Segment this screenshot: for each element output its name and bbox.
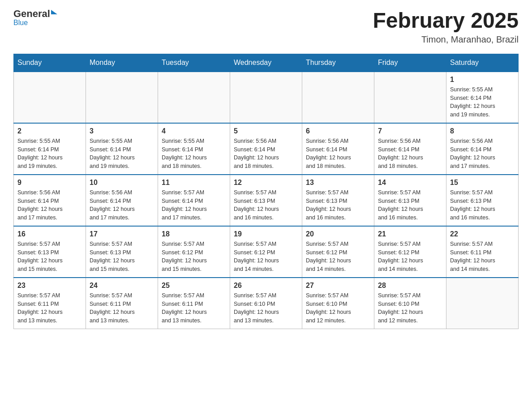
calendar-cell: 19Sunrise: 5:57 AM Sunset: 6:12 PM Dayli…	[230, 226, 302, 278]
day-info: Sunrise: 5:56 AM Sunset: 6:14 PM Dayligh…	[450, 137, 515, 171]
day-number: 24	[90, 282, 154, 290]
day-number: 10	[90, 179, 154, 187]
day-info: Sunrise: 5:56 AM Sunset: 6:14 PM Dayligh…	[306, 137, 370, 171]
day-info: Sunrise: 5:57 AM Sunset: 6:13 PM Dayligh…	[378, 188, 442, 222]
location: Timon, Maranhao, Brazil	[373, 34, 519, 45]
day-number: 7	[378, 127, 442, 135]
day-number: 2	[17, 127, 82, 135]
day-number: 3	[90, 127, 154, 135]
calendar-cell: 5Sunrise: 5:56 AM Sunset: 6:14 PM Daylig…	[230, 123, 302, 175]
day-info: Sunrise: 5:57 AM Sunset: 6:11 PM Dayligh…	[90, 291, 154, 325]
calendar-cell	[230, 72, 302, 123]
calendar-cell	[302, 72, 374, 123]
calendar-cell: 17Sunrise: 5:57 AM Sunset: 6:13 PM Dayli…	[86, 226, 158, 278]
day-info: Sunrise: 5:57 AM Sunset: 6:13 PM Dayligh…	[306, 188, 370, 222]
calendar-cell: 4Sunrise: 5:55 AM Sunset: 6:14 PM Daylig…	[158, 123, 230, 175]
calendar-cell: 22Sunrise: 5:57 AM Sunset: 6:11 PM Dayli…	[446, 226, 519, 278]
day-info: Sunrise: 5:57 AM Sunset: 6:12 PM Dayligh…	[234, 240, 298, 274]
day-number: 16	[17, 230, 82, 238]
calendar-cell: 14Sunrise: 5:57 AM Sunset: 6:13 PM Dayli…	[374, 175, 446, 226]
col-friday: Friday	[374, 54, 446, 72]
day-number: 20	[306, 230, 370, 238]
day-info: Sunrise: 5:56 AM Sunset: 6:14 PM Dayligh…	[378, 137, 442, 171]
day-info: Sunrise: 5:56 AM Sunset: 6:14 PM Dayligh…	[234, 137, 298, 171]
month-title: February 2025	[373, 9, 519, 33]
day-info: Sunrise: 5:57 AM Sunset: 6:13 PM Dayligh…	[90, 240, 154, 274]
calendar-cell: 11Sunrise: 5:57 AM Sunset: 6:14 PM Dayli…	[158, 175, 230, 226]
calendar-header-row: Sunday Monday Tuesday Wednesday Thursday…	[14, 54, 519, 72]
day-number: 12	[234, 179, 298, 187]
day-info: Sunrise: 5:57 AM Sunset: 6:12 PM Dayligh…	[162, 240, 226, 274]
day-number: 5	[234, 127, 298, 135]
logo: General Blue	[13, 9, 57, 27]
logo-general-text: General	[13, 9, 50, 19]
day-info: Sunrise: 5:57 AM Sunset: 6:13 PM Dayligh…	[450, 188, 515, 222]
day-info: Sunrise: 5:57 AM Sunset: 6:12 PM Dayligh…	[378, 240, 442, 274]
day-info: Sunrise: 5:55 AM Sunset: 6:14 PM Dayligh…	[90, 137, 154, 171]
day-number: 17	[90, 230, 154, 238]
col-thursday: Thursday	[302, 54, 374, 72]
week-row: 23Sunrise: 5:57 AM Sunset: 6:11 PM Dayli…	[14, 278, 519, 329]
day-number: 6	[306, 127, 370, 135]
calendar-cell: 18Sunrise: 5:57 AM Sunset: 6:12 PM Dayli…	[158, 226, 230, 278]
calendar-table: Sunday Monday Tuesday Wednesday Thursday…	[13, 54, 519, 329]
day-info: Sunrise: 5:57 AM Sunset: 6:10 PM Dayligh…	[378, 291, 442, 325]
calendar-cell: 28Sunrise: 5:57 AM Sunset: 6:10 PM Dayli…	[374, 278, 446, 329]
day-number: 25	[162, 282, 226, 290]
calendar-cell: 2Sunrise: 5:55 AM Sunset: 6:14 PM Daylig…	[14, 123, 86, 175]
day-number: 26	[234, 282, 298, 290]
day-info: Sunrise: 5:55 AM Sunset: 6:14 PM Dayligh…	[17, 137, 82, 171]
calendar-cell	[158, 72, 230, 123]
calendar-cell: 8Sunrise: 5:56 AM Sunset: 6:14 PM Daylig…	[446, 123, 519, 175]
calendar-cell: 27Sunrise: 5:57 AM Sunset: 6:10 PM Dayli…	[302, 278, 374, 329]
day-number: 27	[306, 282, 370, 290]
logo-arrow-icon	[51, 10, 57, 14]
col-sunday: Sunday	[14, 54, 86, 72]
day-info: Sunrise: 5:57 AM Sunset: 6:12 PM Dayligh…	[306, 240, 370, 274]
col-wednesday: Wednesday	[230, 54, 302, 72]
calendar-cell: 20Sunrise: 5:57 AM Sunset: 6:12 PM Dayli…	[302, 226, 374, 278]
calendar-cell: 9Sunrise: 5:56 AM Sunset: 6:14 PM Daylig…	[14, 175, 86, 226]
col-monday: Monday	[86, 54, 158, 72]
col-tuesday: Tuesday	[158, 54, 230, 72]
calendar-cell: 6Sunrise: 5:56 AM Sunset: 6:14 PM Daylig…	[302, 123, 374, 175]
week-row: 9Sunrise: 5:56 AM Sunset: 6:14 PM Daylig…	[14, 175, 519, 226]
day-info: Sunrise: 5:57 AM Sunset: 6:11 PM Dayligh…	[162, 291, 226, 325]
title-section: February 2025 Timon, Maranhao, Brazil	[373, 9, 519, 45]
day-number: 8	[450, 127, 515, 135]
day-number: 14	[378, 179, 442, 187]
calendar-cell: 10Sunrise: 5:56 AM Sunset: 6:14 PM Dayli…	[86, 175, 158, 226]
calendar-cell: 16Sunrise: 5:57 AM Sunset: 6:13 PM Dayli…	[14, 226, 86, 278]
day-info: Sunrise: 5:57 AM Sunset: 6:10 PM Dayligh…	[306, 291, 370, 325]
week-row: 16Sunrise: 5:57 AM Sunset: 6:13 PM Dayli…	[14, 226, 519, 278]
day-info: Sunrise: 5:57 AM Sunset: 6:11 PM Dayligh…	[17, 291, 82, 325]
day-number: 9	[17, 179, 82, 187]
logo-blue-text: Blue	[13, 19, 28, 26]
day-info: Sunrise: 5:56 AM Sunset: 6:14 PM Dayligh…	[17, 188, 82, 222]
week-row: 1Sunrise: 5:55 AM Sunset: 6:14 PM Daylig…	[14, 72, 519, 123]
calendar-cell: 26Sunrise: 5:57 AM Sunset: 6:10 PM Dayli…	[230, 278, 302, 329]
day-info: Sunrise: 5:57 AM Sunset: 6:10 PM Dayligh…	[234, 291, 298, 325]
day-number: 22	[450, 230, 515, 238]
day-number: 23	[17, 282, 82, 290]
day-info: Sunrise: 5:55 AM Sunset: 6:14 PM Dayligh…	[162, 137, 226, 171]
page-header: General Blue February 2025 Timon, Maranh…	[13, 9, 519, 45]
calendar-cell	[374, 72, 446, 123]
calendar-cell	[446, 278, 519, 329]
day-number: 1	[450, 76, 515, 84]
calendar-cell: 21Sunrise: 5:57 AM Sunset: 6:12 PM Dayli…	[374, 226, 446, 278]
calendar-cell: 15Sunrise: 5:57 AM Sunset: 6:13 PM Dayli…	[446, 175, 519, 226]
calendar-cell: 1Sunrise: 5:55 AM Sunset: 6:14 PM Daylig…	[446, 72, 519, 123]
calendar-cell	[86, 72, 158, 123]
calendar-cell: 13Sunrise: 5:57 AM Sunset: 6:13 PM Dayli…	[302, 175, 374, 226]
day-number: 28	[378, 282, 442, 290]
day-info: Sunrise: 5:57 AM Sunset: 6:13 PM Dayligh…	[17, 240, 82, 274]
col-saturday: Saturday	[446, 54, 519, 72]
day-number: 4	[162, 127, 226, 135]
day-info: Sunrise: 5:57 AM Sunset: 6:11 PM Dayligh…	[450, 240, 515, 274]
calendar-cell: 24Sunrise: 5:57 AM Sunset: 6:11 PM Dayli…	[86, 278, 158, 329]
day-info: Sunrise: 5:55 AM Sunset: 6:14 PM Dayligh…	[450, 86, 515, 119]
day-number: 11	[162, 179, 226, 187]
day-number: 18	[162, 230, 226, 238]
calendar-cell: 25Sunrise: 5:57 AM Sunset: 6:11 PM Dayli…	[158, 278, 230, 329]
